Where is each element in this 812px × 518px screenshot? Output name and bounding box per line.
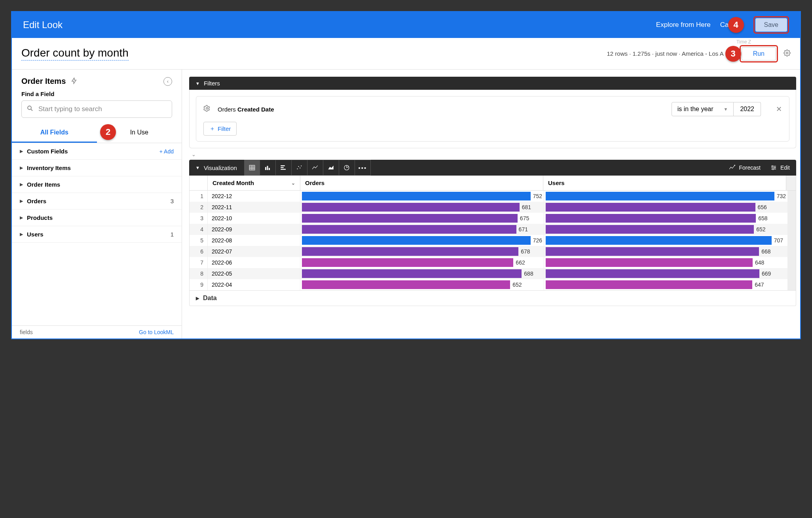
explore-from-here-link[interactable]: Explore from Here	[656, 21, 711, 29]
caret-right-icon: ▶	[20, 149, 27, 154]
svg-rect-12	[281, 165, 285, 166]
table-row: 32022-10675658	[190, 213, 796, 224]
go-to-lookml-link[interactable]: Go to LookML	[139, 329, 174, 335]
cell-orders: 671	[300, 224, 544, 235]
bar-value: 668	[761, 248, 770, 255]
svg-rect-4	[249, 165, 255, 170]
scrollbar-track[interactable]	[788, 202, 796, 213]
svg-point-16	[298, 166, 299, 167]
field-group-row[interactable]: ▶Order Items	[12, 176, 182, 193]
scrollbar-track[interactable]	[788, 224, 796, 235]
bar-value: 671	[519, 226, 528, 233]
cancel-link[interactable]: Ca	[720, 21, 729, 29]
data-band[interactable]: ▶ Data	[189, 291, 796, 306]
save-button[interactable]: Save	[755, 18, 787, 32]
scrollbar-track[interactable]	[788, 246, 796, 257]
svg-point-17	[300, 168, 300, 168]
field-group-label: Users	[27, 231, 171, 238]
timezone-label: Time Z	[736, 39, 751, 45]
search-field-box[interactable]	[21, 100, 172, 118]
look-title-input[interactable]: Order count by month	[21, 47, 129, 60]
row-number: 7	[190, 257, 208, 268]
search-input[interactable]	[38, 105, 167, 113]
row-number: 8	[190, 268, 208, 279]
viz-edit-button[interactable]: Edit	[770, 164, 790, 171]
viz-area-icon[interactable]	[323, 160, 339, 176]
gear-icon[interactable]	[203, 105, 211, 113]
field-group-row[interactable]: ▶Custom Fields+ Add	[12, 143, 182, 160]
cell-users: 648	[544, 257, 788, 268]
add-custom-field-link[interactable]: + Add	[159, 148, 174, 155]
table-row: 82022-05688669	[190, 268, 796, 279]
scrollbar-spacer	[786, 176, 796, 190]
expand-chevron-icon[interactable]: ⌄	[189, 151, 796, 158]
bar-value: 732	[777, 193, 786, 199]
caret-right-icon: ▶	[20, 232, 27, 237]
viz-line-icon[interactable]	[307, 160, 323, 176]
viz-column-icon[interactable]	[260, 160, 276, 176]
viz-table-icon[interactable]	[244, 160, 260, 176]
scrollbar-track[interactable]	[788, 268, 796, 279]
viz-bar-icon[interactable]	[276, 160, 292, 176]
gear-icon[interactable]	[784, 49, 791, 58]
field-group-label: Custom Fields	[27, 148, 159, 155]
app-frame: Edit Look Explore from Here Ca 4 Save Or…	[11, 11, 801, 339]
cell-month: 2022-05	[208, 268, 300, 279]
cell-orders: 681	[300, 202, 544, 213]
viz-pie-icon[interactable]	[339, 160, 355, 176]
bar-value: 669	[762, 270, 771, 277]
svg-rect-10	[267, 166, 268, 170]
filter-field-name: Orders Created Date	[218, 106, 274, 113]
tab-all-fields[interactable]: All Fields	[12, 123, 97, 143]
viz-scatter-icon[interactable]	[292, 160, 307, 176]
table-row: 22022-11681656	[190, 202, 796, 213]
row-number: 5	[190, 235, 208, 246]
filters-band[interactable]: ▼ Filters	[189, 77, 796, 90]
subheader: Order count by month Time Z 12 rows · 1.…	[12, 38, 800, 70]
svg-point-0	[786, 52, 788, 54]
svg-point-15	[297, 168, 298, 169]
field-group-row[interactable]: ▶Products	[12, 210, 182, 226]
row-number-header	[190, 176, 208, 190]
visualization-band[interactable]: ▼ Visualization ••• Forecast	[189, 160, 796, 176]
forecast-button[interactable]: Forecast	[729, 164, 760, 171]
chevron-down-icon: ⌄	[291, 180, 295, 186]
cell-users: 669	[544, 268, 788, 279]
scrollbar-track[interactable]	[788, 191, 796, 202]
filter-row: Orders Created Date is in the year▼ 2022…	[203, 102, 782, 116]
col-header-created-month[interactable]: Created Month ⌄	[208, 176, 300, 190]
bar-value: 678	[521, 248, 530, 255]
cell-month: 2022-04	[208, 279, 300, 290]
annotation-badge-2: 2	[100, 124, 116, 140]
bar-value: 681	[522, 204, 531, 210]
filter-operator-select[interactable]: is in the year▼	[672, 102, 734, 116]
cell-month: 2022-09	[208, 224, 300, 235]
bolt-icon[interactable]	[70, 77, 78, 86]
caret-right-icon: ▶	[20, 182, 27, 187]
field-group-row[interactable]: ▶Inventory Items	[12, 160, 182, 176]
table-row: 12022-12752732	[190, 191, 796, 202]
svg-rect-11	[269, 168, 270, 170]
scrollbar-track[interactable]	[788, 235, 796, 246]
col-header-users[interactable]: Users	[543, 176, 786, 190]
scrollbar-track[interactable]	[788, 213, 796, 224]
bar-value: 675	[520, 215, 529, 221]
filter-value-input[interactable]: 2022	[734, 102, 761, 116]
field-count: 1	[171, 231, 174, 238]
col-header-orders[interactable]: Orders	[300, 176, 543, 190]
svg-rect-14	[281, 169, 286, 170]
add-filter-button[interactable]: ＋ Filter	[203, 122, 237, 136]
data-label: Data	[203, 295, 217, 302]
remove-filter-icon[interactable]: ✕	[776, 105, 782, 113]
svg-marker-19	[328, 166, 334, 170]
bar-value: 652	[756, 226, 765, 233]
svg-point-18	[301, 165, 302, 166]
viz-more-icon[interactable]: •••	[355, 160, 371, 176]
row-number: 9	[190, 279, 208, 290]
field-group-row[interactable]: ▶Users1	[12, 226, 182, 243]
scrollbar-track[interactable]	[788, 257, 796, 268]
collapse-icon[interactable]: ‹	[163, 77, 172, 86]
scrollbar-track[interactable]	[788, 279, 796, 290]
field-group-row[interactable]: ▶Orders3	[12, 193, 182, 210]
run-button[interactable]: Run	[742, 47, 776, 60]
